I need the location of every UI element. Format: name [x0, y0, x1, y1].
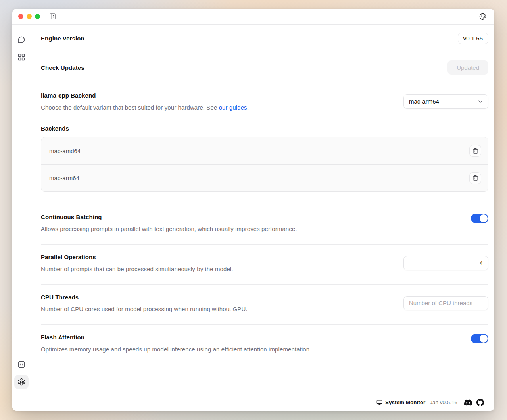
backend-item-name: mac-arm64 [49, 175, 79, 181]
chat-icon [17, 36, 25, 44]
flash-attention-row: Flash Attention Optimizes memory usage a… [41, 325, 488, 364]
sidebar [12, 25, 31, 394]
backend-label: llama-cpp Backend [41, 92, 249, 99]
sidebar-item-hub[interactable] [14, 50, 29, 64]
sidebar-item-settings[interactable] [14, 375, 29, 389]
monitor-icon [376, 399, 382, 405]
system-monitor-label: System Monitor [385, 399, 425, 405]
close-window-button[interactable] [18, 14, 23, 19]
trash-icon [472, 175, 478, 181]
continuous-batching-description: Allows processing prompts in parallel wi… [41, 225, 297, 232]
cpu-threads-input[interactable] [403, 296, 488, 310]
check-updates-label: Check Updates [41, 64, 84, 71]
check-updates-button[interactable]: Updated [447, 60, 488, 75]
delete-backend-button[interactable] [469, 145, 481, 157]
flash-attention-toggle[interactable] [471, 334, 488, 343]
github-icon[interactable] [476, 399, 484, 406]
code-icon [17, 360, 25, 368]
sidebar-toggle-icon[interactable] [49, 13, 56, 20]
discord-icon[interactable] [464, 399, 472, 407]
chevron-down-icon [477, 98, 484, 105]
check-updates-row: Check Updates Updated [41, 52, 488, 83]
backends-label: Backends [41, 125, 488, 132]
sidebar-item-chat[interactable] [14, 33, 29, 47]
cpu-threads-row: CPU Threads Number of CPU cores used for… [41, 285, 488, 325]
backend-description-text: Choose the default variant that best sui… [41, 104, 219, 111]
trash-icon [472, 148, 478, 154]
palette-icon[interactable] [479, 13, 486, 20]
status-bar: System Monitor Jan v0.5.16 [12, 394, 494, 411]
gear-icon [17, 378, 25, 386]
cpu-threads-label: CPU Threads [41, 294, 248, 301]
system-monitor-button[interactable]: System Monitor [376, 399, 425, 405]
parallel-operations-input[interactable] [403, 256, 488, 270]
continuous-batching-row: Continuous Batching Allows processing pr… [41, 204, 488, 245]
backend-description: Choose the default variant that best sui… [41, 104, 249, 111]
flash-attention-label: Flash Attention [41, 334, 311, 341]
backends-list: mac-amd64 mac-arm64 [41, 137, 488, 192]
backend-list-item: mac-amd64 [41, 137, 488, 164]
engine-version-row: Engine Version v0.1.55 [41, 25, 488, 52]
zoom-window-button[interactable] [35, 14, 40, 19]
backend-select[interactable]: mac-arm64 [403, 94, 488, 109]
guides-link[interactable]: our guides. [219, 104, 249, 111]
app-window: Engine Version v0.1.55 Check Updates Upd… [12, 9, 494, 411]
continuous-batching-label: Continuous Batching [41, 214, 297, 220]
engine-version-badge: v0.1.55 [458, 33, 488, 44]
sidebar-item-local-api-server[interactable] [14, 357, 29, 372]
delete-backend-button[interactable] [469, 172, 481, 184]
engine-version-label: Engine Version [41, 35, 84, 42]
backend-item-name: mac-amd64 [49, 148, 81, 154]
continuous-batching-toggle[interactable] [471, 214, 488, 223]
backend-section: llama-cpp Backend Choose the default var… [41, 83, 488, 204]
traffic-lights [18, 14, 40, 19]
app-version: Jan v0.5.16 [430, 399, 457, 405]
backend-select-value: mac-arm64 [409, 98, 439, 105]
settings-panel: Engine Version v0.1.55 Check Updates Upd… [31, 25, 494, 394]
parallel-operations-description: Number of prompts that can be processed … [41, 266, 233, 272]
parallel-operations-row: Parallel Operations Number of prompts th… [41, 245, 488, 285]
cpu-threads-description: Number of CPU cores used for model proce… [41, 306, 248, 312]
minimize-window-button[interactable] [27, 14, 32, 19]
titlebar [12, 9, 494, 25]
grid-icon [17, 53, 25, 61]
parallel-operations-label: Parallel Operations [41, 254, 233, 260]
flash-attention-description: Optimizes memory usage and speeds up mod… [41, 346, 311, 353]
backend-list-item: mac-arm64 [41, 164, 488, 191]
